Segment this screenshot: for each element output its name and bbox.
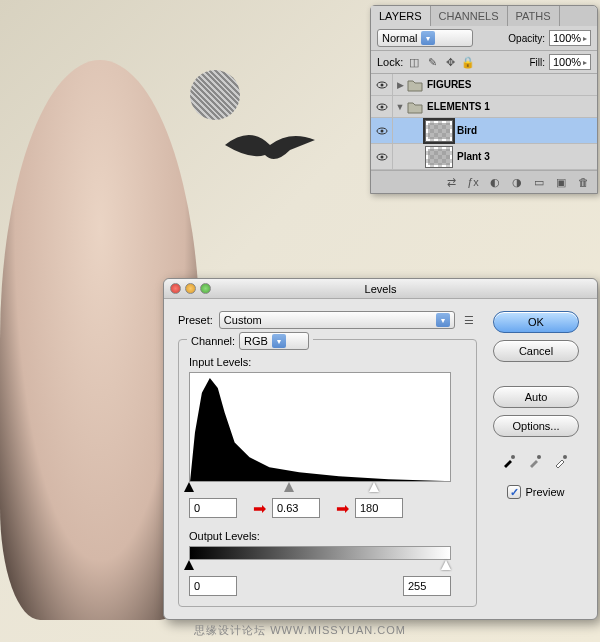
svg-point-5 (380, 129, 383, 132)
visibility-toggle[interactable] (371, 144, 393, 169)
white-eyedropper-icon[interactable] (552, 450, 572, 470)
panel-footer: ⇄ ƒx ◐ ◑ ▭ ▣ 🗑 (371, 170, 597, 193)
cancel-button[interactable]: Cancel (493, 340, 579, 362)
layer-name: Plant 3 (457, 151, 490, 162)
output-black-field[interactable] (189, 576, 237, 596)
zoom-icon[interactable] (200, 283, 211, 294)
blend-mode-select[interactable]: Normal ▾ (377, 29, 473, 47)
group-name: ELEMENTS 1 (427, 101, 490, 112)
levels-dialog: Levels Preset: Custom ▾ ☰ Channel: RGB ▾ (163, 278, 598, 620)
svg-point-9 (537, 455, 541, 459)
visibility-toggle[interactable] (371, 74, 393, 95)
tab-paths[interactable]: PATHS (508, 6, 560, 26)
tab-layers[interactable]: LAYERS (371, 6, 431, 26)
svg-point-8 (511, 455, 515, 459)
lock-label: Lock: (377, 56, 403, 68)
input-black-field[interactable] (189, 498, 237, 518)
dropdown-arrow-icon: ▾ (421, 31, 435, 45)
dropdown-arrow-icon: ▾ (436, 313, 450, 327)
white-point-handle[interactable] (369, 482, 379, 492)
output-slider[interactable] (189, 560, 451, 572)
input-white-field[interactable] (355, 498, 403, 518)
visibility-toggle[interactable] (371, 96, 393, 117)
opacity-input[interactable]: 100%▸ (549, 30, 591, 46)
blend-mode-value: Normal (382, 32, 417, 44)
window-controls (170, 283, 211, 294)
trash-icon[interactable]: 🗑 (573, 174, 593, 190)
ok-button[interactable]: OK (493, 311, 579, 333)
red-arrow-icon: ➡ (253, 499, 266, 518)
opacity-label: Opacity: (508, 33, 545, 44)
expand-toggle[interactable]: ▼ (393, 102, 407, 112)
mask-icon[interactable]: ◐ (485, 174, 505, 190)
group-icon[interactable]: ▭ (529, 174, 549, 190)
fill-input[interactable]: 100%▸ (549, 54, 591, 70)
folder-icon (407, 100, 423, 114)
channel-select[interactable]: RGB ▾ (239, 332, 309, 350)
watermark-text: 思缘设计论坛 WWW.MISSYUAN.COM (194, 623, 406, 638)
black-eyedropper-icon[interactable] (500, 450, 520, 470)
svg-point-10 (563, 455, 567, 459)
fill-value: 100% (553, 56, 581, 68)
chevron-right-icon: ▸ (583, 58, 587, 67)
svg-point-7 (380, 155, 383, 158)
preset-menu-icon[interactable]: ☰ (461, 312, 477, 328)
lock-move-icon[interactable]: ✥ (443, 55, 457, 69)
channel-fieldset: Channel: RGB ▾ Input Levels: (178, 339, 477, 607)
lock-brush-icon[interactable]: ✎ (425, 55, 439, 69)
group-name: FIGURES (427, 79, 471, 90)
output-white-field[interactable] (403, 576, 451, 596)
bird-illustration (220, 120, 320, 180)
preset-label: Preset: (178, 314, 213, 326)
minimize-icon[interactable] (185, 283, 196, 294)
layer-name: Bird (457, 125, 477, 136)
input-slider[interactable] (189, 482, 451, 494)
histogram (189, 372, 451, 482)
preview-checkbox[interactable]: ✓ (507, 485, 521, 499)
channel-label: Channel: (191, 335, 235, 347)
svg-point-3 (380, 105, 383, 108)
panel-tabs: LAYERS CHANNELS PATHS (371, 6, 597, 26)
layer-bird[interactable]: Bird (371, 118, 597, 144)
tab-channels[interactable]: CHANNELS (431, 6, 508, 26)
opacity-value: 100% (553, 32, 581, 44)
channel-value: RGB (244, 335, 268, 347)
hatched-circle (190, 70, 240, 120)
folder-icon (407, 78, 423, 92)
expand-toggle[interactable]: ▶ (393, 80, 407, 90)
output-gradient (189, 546, 451, 560)
layer-plant3[interactable]: Plant 3 (371, 144, 597, 170)
adjustment-icon[interactable]: ◑ (507, 174, 527, 190)
svg-point-1 (380, 83, 383, 86)
layer-list: ▶ FIGURES ▼ ELEMENTS 1 Bird Plant 3 (371, 74, 597, 170)
output-levels-label: Output Levels: (189, 530, 466, 542)
group-figures[interactable]: ▶ FIGURES (371, 74, 597, 96)
chevron-right-icon: ▸ (583, 34, 587, 43)
auto-button[interactable]: Auto (493, 386, 579, 408)
input-gamma-field[interactable] (272, 498, 320, 518)
dialog-titlebar[interactable]: Levels (164, 279, 597, 299)
layers-panel: LAYERS CHANNELS PATHS Normal ▾ Opacity: … (370, 5, 598, 194)
fx-icon[interactable]: ƒx (463, 174, 483, 190)
options-button[interactable]: Options... (493, 415, 579, 437)
output-black-handle[interactable] (184, 560, 194, 570)
visibility-toggle[interactable] (371, 118, 393, 143)
eyedropper-group (500, 450, 572, 470)
gray-eyedropper-icon[interactable] (526, 450, 546, 470)
group-elements1[interactable]: ▼ ELEMENTS 1 (371, 96, 597, 118)
preview-label: Preview (525, 486, 564, 498)
lock-all-icon[interactable]: 🔒 (461, 55, 475, 69)
close-icon[interactable] (170, 283, 181, 294)
preset-select[interactable]: Custom ▾ (219, 311, 455, 329)
black-point-handle[interactable] (184, 482, 194, 492)
layer-thumbnail[interactable] (425, 120, 453, 142)
gamma-handle[interactable] (284, 482, 294, 492)
output-white-handle[interactable] (441, 560, 451, 570)
new-layer-icon[interactable]: ▣ (551, 174, 571, 190)
preset-value: Custom (224, 314, 262, 326)
input-levels-label: Input Levels: (189, 356, 466, 368)
layer-thumbnail[interactable] (425, 146, 453, 168)
lock-transparency-icon[interactable]: ◫ (407, 55, 421, 69)
dialog-title: Levels (365, 283, 397, 295)
link-layers-icon[interactable]: ⇄ (441, 174, 461, 190)
